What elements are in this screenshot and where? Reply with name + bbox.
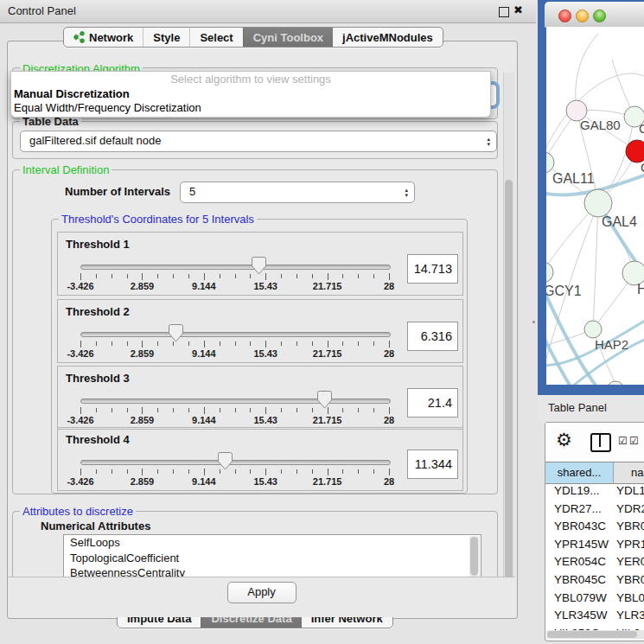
slider-scale-labels: -3.4262.8599.14415.4321.71528: [80, 415, 389, 425]
control-tab-jactivemnodules[interactable]: jActiveMNodules: [333, 28, 443, 47]
scale-label: 21.715: [313, 476, 342, 487]
cell-shared-name: YDR27...: [554, 502, 602, 515]
tab-label: Network: [89, 31, 133, 44]
scale-label: 21.715: [313, 281, 342, 291]
scale-label: -3.426: [67, 415, 93, 425]
network-node-gal4[interactable]: [584, 189, 612, 217]
checkbox-icon[interactable]: ☑: [618, 435, 628, 447]
thresholds-group: Threshold's Coordinates for 5 Intervals …: [51, 219, 468, 494]
threshold-slider-row: Threshold 4 -3.4262.8599.14415.4321.7152…: [57, 427, 463, 491]
table-data-combobox-value: galFiltered.sif default node: [29, 134, 161, 147]
panel-scrollbar[interactable]: [503, 73, 514, 603]
scale-label: 15.43: [253, 476, 277, 487]
scale-label: -3.426: [67, 476, 93, 487]
apply-bar: Apply: [8, 577, 515, 617]
dropdown-item[interactable]: Equal Width/Frequency Discretization: [11, 101, 490, 115]
node-label: H: [637, 282, 644, 296]
network-node-hap2[interactable]: [584, 321, 602, 338]
threshold-label: Threshold 3: [66, 372, 130, 385]
dropdown-placeholder-item[interactable]: Select algorithm to view settings: [11, 72, 490, 87]
table-row[interactable]: YLR345WYLR3: [545, 607, 644, 625]
cell-shared-name: YER054C: [554, 555, 606, 568]
cell-shared-name: YBR045C: [554, 573, 606, 586]
scale-label: 9.144: [192, 348, 216, 359]
slider-track[interactable]: [80, 265, 391, 270]
numerical-attributes-list[interactable]: SelfLoopsTopologicalCoefficientBetweenne…: [63, 534, 481, 579]
scale-label: 9.144: [192, 281, 216, 291]
control-panel-titlebar: Control Panel ✖: [0, 0, 536, 23]
float-window-icon[interactable]: [499, 7, 509, 17]
threshold-slider-row: Threshold 3 -3.4262.8599.14415.4321.7152…: [57, 366, 463, 430]
column-header-shared-name[interactable]: shared...: [545, 462, 614, 483]
threshold-value-field[interactable]: 21.4: [407, 388, 458, 418]
scale-label: 2.859: [131, 348, 155, 359]
scale-label: 15.43: [253, 415, 277, 425]
close-traffic-light[interactable]: [558, 10, 571, 22]
threshold-value-field[interactable]: 11.344: [407, 450, 458, 479]
table-row[interactable]: YPR145WYPR1: [545, 536, 644, 554]
threshold-value-field[interactable]: 14.713: [407, 254, 458, 284]
table-toolbar: ⚙ ☑ ☑: [545, 423, 644, 462]
table-row[interactable]: YBL079WYBL0: [545, 590, 644, 608]
slider-scale-labels: -3.4262.8599.14415.4321.71528: [80, 348, 389, 359]
split-columns-icon[interactable]: [590, 433, 611, 452]
table-row[interactable]: YBR043CYBR0: [545, 518, 644, 536]
cell-shared-name: YDL19...: [554, 484, 600, 497]
table-data-combobox[interactable]: galFiltered.sif default node ▴▾: [20, 131, 497, 152]
threshold-label: Threshold 4: [66, 433, 130, 446]
slider-scale-labels: -3.4262.8599.14415.4321.71528: [80, 281, 389, 291]
slider-thumb[interactable]: [317, 391, 332, 409]
node-label: GAL4: [602, 214, 637, 229]
close-icon[interactable]: ✖: [513, 3, 523, 16]
table-row[interactable]: YDL19...YDL1: [545, 482, 644, 501]
column-header-name[interactable]: na: [614, 462, 644, 483]
slider-track[interactable]: [80, 332, 391, 337]
network-canvas[interactable]: GAL80GACGAL11GAL4GCY1HHAP2: [546, 27, 644, 385]
slider-thumb[interactable]: [218, 452, 233, 470]
network-icon: [73, 31, 85, 43]
slider-thumb[interactable]: [169, 324, 183, 342]
control-tab-cyni-toolbox[interactable]: Cyni Toolbox: [243, 28, 333, 47]
combobox-stepper-icon: ▴▾: [487, 131, 490, 151]
split-divider-handle[interactable]: [532, 321, 535, 323]
cell-name: YLR3: [616, 609, 644, 622]
table-horizontal-scrollbar[interactable]: [546, 630, 644, 639]
application-window: Control Panel ✖ NetworkStyleSelectCyni T…: [0, 0, 644, 644]
network-node-gcy1[interactable]: [546, 262, 553, 283]
slider-track[interactable]: [80, 399, 391, 404]
gear-icon[interactable]: ⚙: [556, 430, 572, 450]
table-row[interactable]: YBR045CYBR0: [545, 571, 644, 590]
control-tab-style[interactable]: Style: [143, 28, 189, 47]
scale-label: 28: [384, 348, 394, 359]
threshold-label: Threshold 1: [66, 238, 130, 251]
attribute-list-item[interactable]: SelfLoops: [64, 535, 481, 551]
threshold-slider-row: Threshold 2 -3.4262.8599.14415.4321.7152…: [57, 299, 463, 363]
cell-shared-name: YLR345W: [554, 609, 608, 622]
num-intervals-label: Number of Intervals: [65, 185, 170, 198]
slider-scale-labels: -3.4262.8599.14415.4321.71528: [80, 476, 389, 487]
table-row[interactable]: YER054CYER0: [545, 553, 644, 571]
list-scrollbar[interactable]: [469, 536, 480, 577]
tab-label: Style: [153, 31, 180, 44]
attribute-list-item[interactable]: TopologicalCoefficient: [64, 551, 481, 566]
scale-label: 2.859: [131, 476, 155, 487]
slider-track[interactable]: [80, 460, 391, 465]
minimize-traffic-light[interactable]: [576, 10, 589, 22]
table-row[interactable]: YDR27...YDR2: [545, 501, 644, 519]
slider-thumb[interactable]: [252, 257, 266, 275]
scale-label: 15.43: [253, 281, 277, 291]
num-intervals-combobox[interactable]: 5 ▴▾: [180, 182, 415, 203]
interval-definition-group: Interval Definition Number of Intervals …: [12, 169, 498, 494]
apply-button[interactable]: Apply: [227, 582, 296, 603]
control-tab-select[interactable]: Select: [189, 28, 242, 47]
dropdown-item[interactable]: Manual Discretization: [11, 87, 490, 101]
zoom-traffic-light[interactable]: [593, 10, 606, 22]
checkbox-icon[interactable]: ☑: [629, 435, 639, 447]
control-panel-title: Control Panel: [8, 4, 76, 17]
control-tab-network[interactable]: Network: [64, 28, 143, 47]
threshold-value-field[interactable]: 6.316: [407, 322, 458, 351]
scale-label: 21.715: [313, 415, 342, 425]
network-node[interactable]: [607, 381, 624, 385]
scale-label: 28: [384, 415, 394, 425]
table-panel: ⚙ ☑ ☑ shared... na YDL19...YDL1YDR27...Y…: [545, 422, 644, 641]
